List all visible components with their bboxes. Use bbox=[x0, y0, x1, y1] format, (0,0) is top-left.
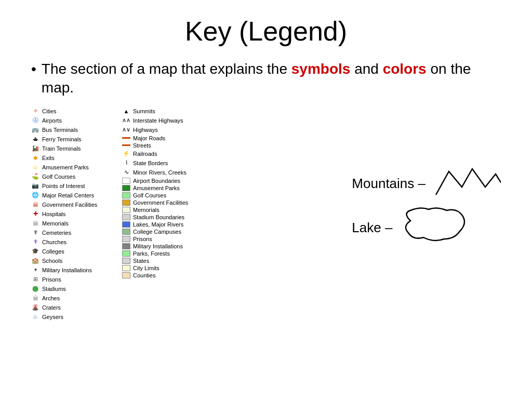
legend-label: Minor Rivers, Creeks bbox=[133, 169, 187, 176]
legend-label: Streets bbox=[133, 142, 151, 149]
legend-item: Major Roads bbox=[122, 135, 213, 141]
legend-label: College Campuses bbox=[133, 229, 181, 235]
legend-item: States bbox=[122, 258, 213, 264]
legend-item: ✧Cities bbox=[31, 107, 122, 115]
legend-item: 🌐Major Retail Centers bbox=[31, 191, 122, 200]
legend-label: Prisons bbox=[42, 276, 61, 283]
legend-item: ⒶAirports bbox=[31, 116, 122, 125]
legend-columns: ✧CitiesⒶAirports🚌Bus Terminals⛴Ferry Ter… bbox=[31, 107, 213, 322]
legend-label: Parks, Forests bbox=[133, 250, 170, 257]
legend-item: Parks, Forests bbox=[122, 250, 213, 257]
legend-label: Military Installations bbox=[133, 243, 183, 249]
legend-label: Golf Courses bbox=[42, 174, 75, 180]
legend-item: 🏛Arches bbox=[31, 294, 122, 302]
legend-label: Cities bbox=[42, 108, 57, 114]
legend-label: Arches bbox=[42, 295, 60, 301]
legend-label: Schools bbox=[42, 258, 62, 264]
slide: Key (Legend) • The section of a map that… bbox=[0, 0, 532, 399]
legend-label: Major Retail Centers bbox=[42, 192, 94, 198]
legend-item: Government Facilities bbox=[122, 200, 213, 206]
legend-item: ◆Exits bbox=[31, 154, 122, 162]
legend-item: Military Installations bbox=[122, 243, 213, 249]
legend-label: Airports bbox=[42, 117, 62, 124]
legend-col-1: ✧CitiesⒶAirports🚌Bus Terminals⛴Ferry Ter… bbox=[31, 107, 122, 322]
legend-item: Lakes, Major Rivers bbox=[122, 221, 213, 228]
legend-col-2: ▲Summits∧∧Interstate Highways∧∨HighwaysM… bbox=[122, 107, 213, 322]
legend-label: Golf Courses bbox=[133, 192, 166, 198]
legend-label: Craters bbox=[42, 304, 61, 311]
legend-label: Points of Interest bbox=[42, 183, 85, 189]
legend-label: Government Facilities bbox=[42, 202, 97, 208]
legend-label: States bbox=[133, 258, 149, 264]
legend-label: Counties bbox=[133, 272, 155, 278]
page-title: Key (Legend) bbox=[31, 16, 501, 47]
legend-label: State Borders bbox=[133, 160, 168, 166]
legend-item: ⛳Golf Courses bbox=[31, 172, 122, 181]
legend-label: Interstate Highways bbox=[133, 117, 183, 124]
lake-icon bbox=[400, 205, 468, 250]
legend-item: Prisons bbox=[122, 236, 213, 242]
legend-item: ∧∧Interstate Highways bbox=[122, 116, 213, 125]
legend-item: ✚Hospitals bbox=[31, 210, 122, 218]
lake-label: Lake – bbox=[352, 205, 501, 250]
legend-item: ✦Military Installations bbox=[31, 266, 122, 274]
legend-label: Colleges bbox=[42, 248, 64, 255]
legend-item: 📷Points of Interest bbox=[31, 182, 122, 190]
legend-label: Airport Boundaries bbox=[133, 178, 180, 184]
legend-label: Geysers bbox=[42, 314, 63, 320]
mountains-lake-area: Mountains – Lake – bbox=[352, 166, 501, 255]
legend-item: 🚌Bus Terminals bbox=[31, 126, 122, 134]
legend-label: Cemeteries bbox=[42, 230, 71, 236]
legend-label: Railroads bbox=[133, 151, 157, 157]
legend-item: Airport Boundaries bbox=[122, 178, 213, 184]
legend-label: Ferry Terminals bbox=[42, 136, 82, 142]
legend-item: Amusement Parks bbox=[122, 185, 213, 191]
legend-label: Summits bbox=[133, 108, 155, 114]
bullet-text: • The section of a map that explains the… bbox=[31, 60, 501, 98]
legend-item: ∧∨Highways bbox=[122, 126, 213, 134]
legend-item: ⚡Railroads bbox=[122, 150, 213, 158]
legend-label: Lakes, Major Rivers bbox=[133, 221, 183, 228]
legend-item: Golf Courses bbox=[122, 192, 213, 198]
legend-label: Memorials bbox=[133, 207, 159, 213]
mountain-icon bbox=[433, 166, 501, 201]
legend-label: City Limits bbox=[133, 265, 159, 271]
legend-item: 🚂Train Terminals bbox=[31, 144, 122, 153]
legend-item: Stadium Boundaries bbox=[122, 214, 213, 220]
legend-label: Hospitals bbox=[42, 211, 65, 217]
legend-item: ∿Minor Rivers, Creeks bbox=[122, 168, 213, 177]
bullet-dot: • bbox=[31, 60, 36, 78]
legend-item: 🏛Government Facilities bbox=[31, 201, 122, 209]
bullet-word1: symbols bbox=[291, 61, 351, 77]
legend-label: Government Facilities bbox=[133, 200, 188, 206]
bullet-text-before: The section of a map that explains the bbox=[42, 61, 291, 77]
legend-item: Counties bbox=[122, 272, 213, 278]
legend-item: 🌋Craters bbox=[31, 303, 122, 312]
legend-label: Major Roads bbox=[133, 135, 165, 141]
legend-label: Exits bbox=[42, 155, 55, 161]
legend-label: Military Installations bbox=[42, 267, 92, 273]
legend-item: ✟Churches bbox=[31, 238, 122, 246]
legend-item: ⛴Ferry Terminals bbox=[31, 135, 122, 143]
bullet-word2: colors bbox=[383, 61, 427, 77]
legend-label: Train Terminals bbox=[42, 145, 81, 152]
legend-label: Highways bbox=[133, 127, 158, 133]
legend-item: ⌇State Borders bbox=[122, 159, 213, 167]
legend-label: Memorials bbox=[42, 220, 69, 227]
legend-item: ⊞Prisons bbox=[31, 275, 122, 284]
legend-item: 🏫Schools bbox=[31, 257, 122, 265]
bullet-section: • The section of a map that explains the… bbox=[31, 60, 501, 98]
legend-label: Stadiums bbox=[42, 286, 66, 292]
legend-item: City Limits bbox=[122, 265, 213, 271]
legend-label: Stadium Boundaries bbox=[133, 214, 184, 220]
bullet-content: The section of a map that explains the s… bbox=[42, 60, 501, 98]
legend-label: Amusement Parks bbox=[133, 185, 180, 191]
legend-item: Streets bbox=[122, 142, 213, 149]
legend-label: Bus Terminals bbox=[42, 127, 78, 133]
legend-label: Churches bbox=[42, 239, 66, 245]
legend-item: ⬤Stadiums bbox=[31, 285, 122, 293]
legend-item: ☺Amusement Parks bbox=[31, 163, 122, 171]
legend-item: ♨Geysers bbox=[31, 313, 122, 321]
legend-item: Memorials bbox=[122, 207, 213, 213]
legend-item: 🏛Memorials bbox=[31, 219, 122, 228]
